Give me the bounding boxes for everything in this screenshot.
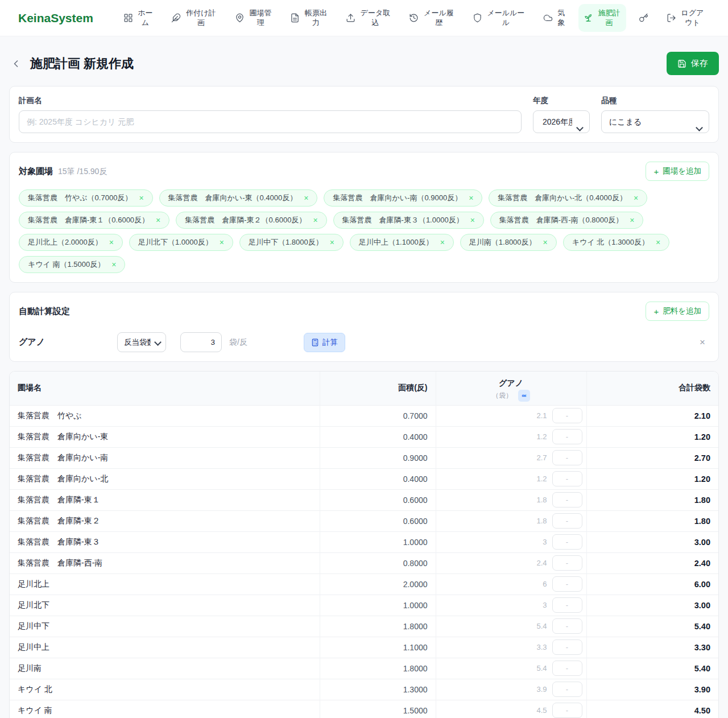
area-cell: 0.4000 — [320, 468, 436, 489]
close-icon[interactable]: × — [304, 194, 308, 202]
field-chip: 集落営農 倉庫隣-東３（1.0000反）× — [333, 212, 484, 229]
year-select[interactable]: 2026年度 — [533, 110, 590, 133]
auto-calc-value: 3 — [543, 538, 547, 546]
auto-calc-value: 3 — [543, 601, 547, 609]
auto-calc-value: 2.1 — [536, 411, 547, 420]
field-name-cell: キウイ 南 — [10, 700, 320, 718]
nav-item-data-import[interactable]: データ取込 — [341, 4, 396, 32]
nav-item-mail-history[interactable]: メール履歴 — [404, 4, 460, 32]
history-icon — [409, 13, 419, 23]
total-bags-cell: 4.50 — [586, 700, 718, 718]
close-icon[interactable]: × — [469, 194, 473, 202]
amount-per-tan-input[interactable] — [180, 332, 222, 352]
remove-fertilizer-icon[interactable]: × — [700, 337, 709, 348]
close-icon[interactable]: × — [330, 238, 334, 246]
auto-calc-value: 5.4 — [536, 622, 547, 630]
add-fertilizer-button[interactable]: + 肥料を追加 — [646, 302, 709, 321]
field-chip: 集落営農 倉庫向かい-北（0.4000反）× — [489, 189, 647, 207]
col-header-fertilizer: グアノ （袋） ≃ — [436, 372, 586, 405]
calc-method-select[interactable]: 反当袋数 — [117, 332, 166, 352]
nav-item-cropping-plan[interactable]: 作付け計画 — [166, 4, 222, 32]
fertilizer-amount-input[interactable] — [552, 703, 582, 718]
field-name-cell: 集落営農 倉庫隣-西-南 — [10, 552, 320, 573]
close-icon[interactable]: × — [470, 216, 475, 224]
fertilizer-amount-input[interactable] — [552, 618, 582, 634]
fertilizer-amount-input[interactable] — [552, 639, 582, 655]
fertilizer-amount-input[interactable] — [552, 513, 582, 529]
nav-item-password[interactable] — [634, 9, 653, 27]
close-icon[interactable]: × — [139, 194, 143, 202]
fertilization-table-card: 圃場名 面積(反) グアノ （袋） ≃ 合計袋数 集落営農 竹やぶ 0.7000 — [9, 371, 719, 718]
main-nav: ホーム 作付け計画 圃場管理 帳票出力 データ取込 メール履歴 メールルール — [118, 4, 710, 32]
nav-label: 気象 — [557, 9, 565, 28]
add-field-button[interactable]: + 圃場を追加 — [646, 162, 709, 181]
close-icon[interactable]: × — [111, 261, 116, 269]
fertilizer-amount-input[interactable] — [552, 408, 582, 423]
close-icon[interactable]: × — [440, 238, 445, 246]
field-chip: 集落営農 倉庫隣-西-南（0.8000反）× — [490, 212, 644, 229]
area-cell: 1.0000 — [320, 595, 436, 616]
auto-calc-title: 自動計算設定 — [19, 306, 70, 317]
total-bags-cell: 5.40 — [586, 616, 718, 637]
target-fields-title: 対象圃場 — [19, 166, 53, 177]
nav-item-mail-rules[interactable]: メールルール — [468, 4, 531, 32]
fertilizer-amount-input[interactable] — [552, 597, 582, 613]
fertilizer-amount-input[interactable] — [552, 492, 582, 507]
field-chip-label: 集落営農 竹やぶ（0.7000反） — [28, 193, 132, 203]
fertilizer-amount-input[interactable] — [552, 682, 582, 697]
top-navbar: KeinaSystem ホーム 作付け計画 圃場管理 帳票出力 データ取込 メー… — [0, 0, 728, 36]
field-chip-label: 集落営農 倉庫向かい-南（0.9000反） — [333, 193, 462, 203]
plan-name-label: 計画名 — [19, 96, 522, 106]
fertilizer-amount-input[interactable] — [552, 471, 582, 486]
nav-item-logout[interactable]: ログアウト — [661, 4, 710, 32]
total-bags-cell: 3.90 — [586, 679, 718, 700]
fertilizer-amount-input[interactable] — [552, 534, 582, 550]
field-chip: 足川南（1.8000反）× — [460, 234, 557, 251]
field-chip: 足川中下（1.8000反）× — [239, 234, 344, 251]
total-bags-cell: 3.00 — [586, 531, 718, 552]
plus-icon: + — [653, 167, 659, 176]
nav-item-weather[interactable]: 気象 — [538, 4, 570, 32]
calculate-button[interactable]: 計算 — [304, 333, 345, 352]
nav-item-report-output[interactable]: 帳票出力 — [285, 4, 333, 32]
variety-select[interactable]: にこまる — [601, 110, 709, 133]
save-button[interactable]: 保存 — [667, 52, 719, 75]
brand-logo[interactable]: KeinaSystem — [18, 11, 93, 25]
nav-item-fertilization-plan[interactable]: 施肥計画 — [578, 4, 626, 32]
fertilizer-amount-input[interactable] — [552, 576, 582, 592]
nav-item-field-management[interactable]: 圃場管理 — [230, 4, 278, 32]
plan-name-input[interactable] — [19, 110, 522, 133]
field-name-cell: 足川中下 — [10, 616, 320, 637]
close-icon[interactable]: × — [220, 238, 224, 246]
year-label: 年度 — [533, 96, 590, 106]
auto-calc-value: 1.2 — [536, 432, 547, 441]
table-row: 集落営農 倉庫隣-西-南 0.8000 2.4 2.40 — [10, 552, 718, 573]
auto-calc-value: 2.4 — [536, 559, 547, 567]
fertilizer-amount-input[interactable] — [552, 429, 582, 444]
table-row: 足川中上 1.1000 3.3 3.30 — [10, 637, 718, 658]
back-button[interactable] — [9, 57, 23, 71]
total-bags-cell: 1.80 — [586, 510, 718, 531]
save-button-label: 保存 — [691, 58, 708, 69]
field-chip-label: 集落営農 倉庫向かい-東（0.4000反） — [168, 193, 297, 203]
close-icon[interactable]: × — [109, 238, 114, 246]
auto-calc-card: 自動計算設定 + 肥料を追加 グアノ 反当袋数 袋/反 計算 × — [9, 292, 719, 362]
close-icon[interactable]: × — [543, 238, 548, 246]
feather-icon — [171, 13, 181, 23]
close-icon[interactable]: × — [156, 216, 160, 224]
area-cell: 0.4000 — [320, 426, 436, 447]
close-icon[interactable]: × — [630, 216, 634, 224]
fertilizer-amount-input[interactable] — [552, 555, 582, 571]
table-row: 集落営農 倉庫隣-東３ 1.0000 3 3.00 — [10, 531, 718, 552]
page-title: 施肥計画 新規作成 — [30, 55, 134, 72]
fertilizer-amount-input[interactable] — [552, 661, 582, 676]
field-chip-label: キウイ 南（1.5000反） — [28, 259, 105, 270]
close-icon[interactable]: × — [313, 216, 317, 224]
approx-toggle-badge[interactable]: ≃ — [518, 390, 530, 402]
close-icon[interactable]: × — [656, 238, 660, 246]
nav-item-home[interactable]: ホーム — [118, 4, 159, 32]
fertilizer-amount-input[interactable] — [552, 450, 582, 465]
area-cell: 1.0000 — [320, 531, 436, 552]
close-icon[interactable]: × — [634, 194, 638, 202]
shield-icon — [473, 13, 482, 23]
